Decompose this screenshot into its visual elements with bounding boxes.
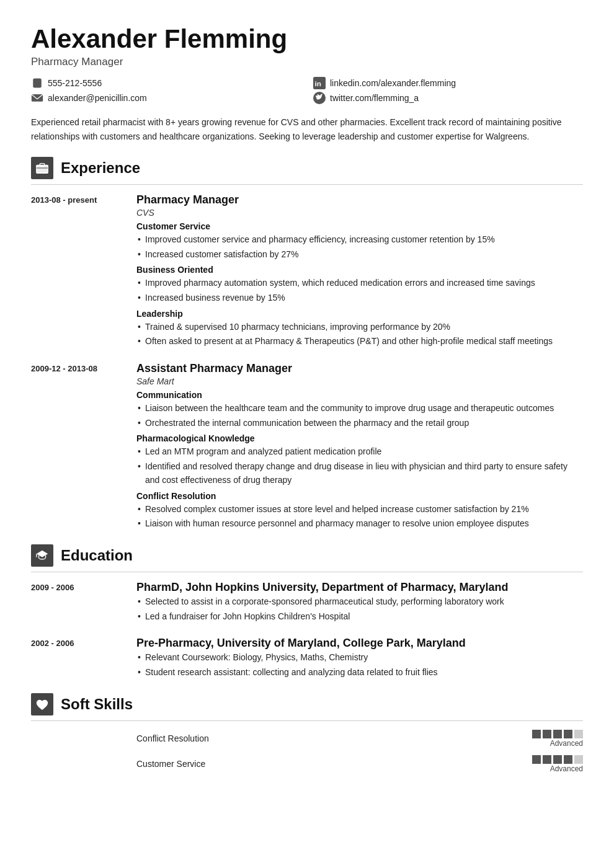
skill-level-2: Advanced	[550, 764, 583, 773]
svg-text:in: in	[315, 79, 321, 87]
bullet-item: Relevant Coursework: Biology, Physics, M…	[136, 651, 583, 665]
education-icon	[31, 544, 53, 567]
dot-2-4	[564, 755, 572, 764]
bullet-list-bo: Improved pharmacy automation system, whi…	[136, 277, 583, 304]
skill-group-business: Business Oriented	[136, 265, 583, 275]
soft-skills-title: Soft Skills	[61, 696, 133, 713]
experience-entry-2: 2009-12 - 2013-08 Assistant Pharmacy Man…	[31, 362, 583, 533]
bullet-item: Trained & supervised 10 pharmacy technic…	[136, 321, 583, 334]
experience-entry-1: 2013-08 - present Pharmacy Manager CVS C…	[31, 193, 583, 351]
dot-1-3	[553, 730, 562, 738]
entry-date-1: 2013-08 - present	[31, 193, 130, 351]
entry-title-1: Pharmacy Manager	[136, 193, 583, 206]
phone-icon	[31, 77, 43, 89]
experience-icon	[31, 157, 53, 179]
linkedin-contact: in linkedin.com/alexander.flemming	[313, 77, 583, 89]
resume-header: Alexander Flemming Pharmacy Manager	[31, 25, 583, 68]
job-title: Pharmacy Manager	[31, 56, 583, 68]
bullet-item: Led a fundraiser for John Hopkins Childr…	[136, 610, 583, 624]
bullet-item: Improved pharmacy automation system, whi…	[136, 277, 583, 290]
experience-entries: 2013-08 - present Pharmacy Manager CVS C…	[31, 193, 583, 533]
skill-dots-1	[532, 730, 583, 738]
education-entry-2: 2002 - 2006 Pre-Pharmacy, University of …	[31, 637, 583, 681]
edu-title-2: Pre-Pharmacy, University of Maryland, Co…	[136, 637, 583, 650]
email-address: alexander@penicillin.com	[48, 93, 147, 103]
education-section-header: Education	[31, 544, 583, 567]
experience-title: Experience	[61, 159, 140, 177]
edu-date-1: 2009 - 2006	[31, 581, 130, 626]
skill-level-1: Advanced	[550, 739, 583, 748]
bullet-item: Increased customer satisfaction by 27%	[136, 248, 583, 262]
phone-contact: 555-212-5556	[31, 77, 301, 89]
skill-row-2: Customer Service Advanced	[136, 755, 583, 773]
twitter-contact: twitter.com/flemming_a	[313, 92, 583, 104]
edu-date-2: 2002 - 2006	[31, 637, 130, 681]
skill-name-1: Conflict Resolution	[136, 733, 209, 743]
bullet-item: Often asked to present at at Pharmacy & …	[136, 335, 583, 348]
edu-bullets-1: Selected to assist in a corporate-sponso…	[136, 595, 583, 623]
email-icon	[31, 92, 43, 104]
skill-name-2: Customer Service	[136, 759, 205, 769]
skill-group-pharma: Pharmacological Knowledge	[136, 433, 583, 443]
skill-rating-1: Advanced	[532, 730, 583, 748]
linkedin-url: linkedin.com/alexander.flemming	[330, 78, 456, 88]
twitter-url: twitter.com/flemming_a	[330, 93, 419, 103]
bullet-list-cs: Improved customer service and pharmacy e…	[136, 233, 583, 261]
education-title: Education	[61, 547, 133, 564]
linkedin-icon: in	[313, 77, 326, 89]
dot-1-4	[564, 730, 572, 738]
dot-2-3	[553, 755, 562, 764]
skill-row-container-1: Conflict Resolution Advanced	[136, 730, 583, 749]
soft-skills-icon	[31, 693, 53, 715]
bullet-item: Identified and resolved therapy change a…	[136, 460, 583, 487]
bullet-item: Student research assistant: collecting a…	[136, 666, 583, 680]
skill-group-conflict: Conflict Resolution	[136, 491, 583, 501]
email-contact: alexander@penicillin.com	[31, 92, 301, 104]
skill-row-container-2: Customer Service Advanced	[136, 755, 583, 774]
bullet-list-lead: Trained & supervised 10 pharmacy technic…	[136, 321, 583, 348]
dot-2-2	[543, 755, 551, 764]
entry-title-2: Assistant Pharmacy Manager	[136, 362, 583, 375]
soft-skills-section-header: Soft Skills	[31, 693, 583, 715]
skill-group-customer-service: Customer Service	[136, 221, 583, 231]
experience-section-header: Experience	[31, 157, 583, 179]
skill-group-communication: Communication	[136, 390, 583, 400]
education-entry-1: 2009 - 2006 PharmD, John Hopkins Univers…	[31, 581, 583, 626]
skill-dots-2	[532, 755, 583, 764]
skill-group-leadership: Leadership	[136, 309, 583, 319]
edu-title-1: PharmD, John Hopkins University, Departm…	[136, 581, 583, 594]
bullet-list-conflict: Resolved complex customer issues at stor…	[136, 503, 583, 531]
entry-content-1: Pharmacy Manager CVS Customer Service Im…	[136, 193, 583, 351]
dot-1-1	[532, 730, 541, 738]
edu-content-1: PharmD, John Hopkins University, Departm…	[136, 581, 583, 626]
phone-number: 555-212-5556	[48, 78, 102, 88]
dot-2-1	[532, 755, 541, 764]
skill-row-1: Conflict Resolution Advanced	[136, 730, 583, 748]
entry-date-2: 2009-12 - 2013-08	[31, 362, 130, 533]
bullet-list-pharma: Led an MTM program and analyzed patient …	[136, 445, 583, 487]
entry-subtitle-1: CVS	[136, 208, 583, 218]
dot-1-5	[574, 730, 583, 738]
twitter-icon	[313, 92, 326, 104]
soft-skills-divider	[31, 720, 583, 721]
bullet-item: Selected to assist in a corporate-sponso…	[136, 595, 583, 609]
dot-2-5	[574, 755, 583, 764]
summary-text: Experienced retail pharmacist with 8+ ye…	[31, 115, 583, 143]
skill-entry-1: Conflict Resolution Advanced	[31, 730, 583, 749]
bullet-item: Led an MTM program and analyzed patient …	[136, 445, 583, 459]
bullet-item: Liaison with human resource personnel an…	[136, 517, 583, 531]
bullet-item: Orchestrated the internal communication …	[136, 417, 583, 430]
education-entries: 2009 - 2006 PharmD, John Hopkins Univers…	[31, 581, 583, 682]
entry-content-2: Assistant Pharmacy Manager Safe Mart Com…	[136, 362, 583, 533]
dot-1-2	[543, 730, 551, 738]
bullet-item: Improved customer service and pharmacy e…	[136, 233, 583, 247]
skill-entry-2: Customer Service Advanced	[31, 755, 583, 774]
skill-rating-2: Advanced	[532, 755, 583, 773]
edu-bullets-2: Relevant Coursework: Biology, Physics, M…	[136, 651, 583, 679]
experience-divider	[31, 184, 583, 185]
bullet-item: Resolved complex customer issues at stor…	[136, 503, 583, 516]
education-divider	[31, 572, 583, 572]
bullet-item: Increased business revenue by 15%	[136, 291, 583, 305]
entry-subtitle-2: Safe Mart	[136, 376, 583, 386]
soft-skills-entries: Conflict Resolution Advanced Customer S	[31, 730, 583, 774]
